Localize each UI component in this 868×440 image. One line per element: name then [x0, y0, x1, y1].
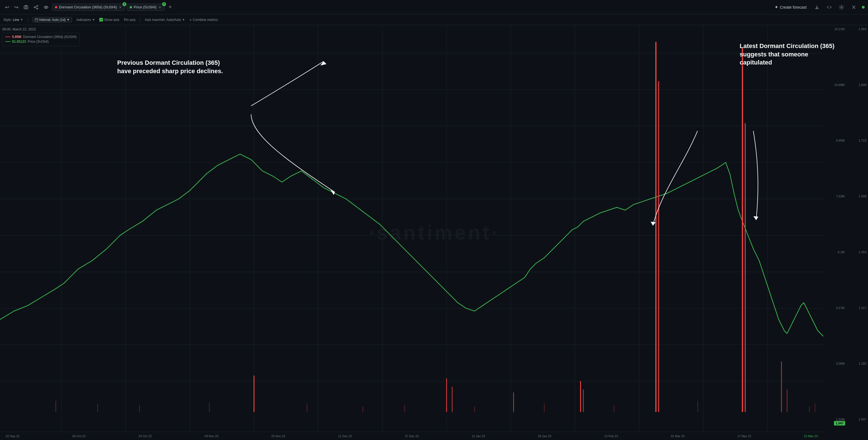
svg-point-2 — [37, 5, 38, 6]
download-button[interactable] — [813, 4, 821, 11]
chart-area: ·santiment· 08:00, March 22, 2023 5.95M … — [0, 25, 868, 440]
chart-legend: 5.95M Dormant Circulation (365d) (SUSHI)… — [2, 33, 80, 46]
x-label-2: 06 Oct 22 — [72, 434, 86, 438]
combine-plus-icon: + — [189, 18, 192, 22]
y-right-val-8: 1.047 — [859, 418, 866, 421]
svg-point-1 — [25, 6, 27, 8]
axis-maxmin-chevron-icon: ▼ — [182, 18, 185, 21]
x-label-5: 25 Nov 22 — [271, 434, 285, 438]
y-right-val-4: 1.508 — [859, 195, 866, 198]
tab-dot-green — [130, 6, 132, 8]
tab-price[interactable]: Price (SUSHI) × + — [127, 4, 165, 11]
y-left-val-6: 4.57M — [836, 306, 844, 310]
style-value: Line — [13, 18, 19, 22]
tab2-close-button[interactable]: × — [158, 5, 161, 9]
y-axis-left: 10.21M 10.68M 9.95M 7.03M 6.1M 4.57M 3.0… — [826, 25, 846, 423]
snapshot-button[interactable] — [22, 4, 30, 11]
style-dropdown-icon: ▼ — [20, 18, 23, 21]
tab-dot-red — [55, 6, 57, 8]
price-line — [0, 154, 824, 336]
x-label-9: 28 Jan 23 — [538, 434, 551, 438]
x-label-7: 27 Dec 22 — [405, 434, 419, 438]
svg-point-9 — [841, 6, 842, 8]
settings-button[interactable] — [837, 4, 846, 11]
y-left-val-8: 1.52M — [836, 418, 844, 421]
tab1-close-button[interactable]: × — [119, 5, 122, 9]
legend-price-value: $1.05123 — [12, 40, 26, 43]
pin-axis-item[interactable]: Pin axis — [124, 18, 135, 22]
y-right-val-7: 1.182 — [859, 362, 866, 365]
close-button[interactable] — [849, 4, 858, 11]
legend-dormant-label: Dormant Circulation (365d) (SUSHI) — [23, 35, 76, 39]
code-button[interactable] — [825, 4, 833, 11]
svg-point-3 — [34, 7, 35, 8]
redo-button[interactable]: ↪ — [12, 3, 20, 11]
combine-label: Combine metrics — [193, 18, 218, 22]
tab-dormant-circulation[interactable]: Dormant Circulation (365d) (SUSHI) × + — [52, 4, 125, 11]
axis-maxmin-selector[interactable]: Axis max/min: Auto/Auto ▼ — [145, 18, 185, 22]
style-label: Style: — [3, 18, 12, 22]
x-label-13: 22 Mar 23 — [804, 434, 818, 438]
svg-rect-0 — [24, 6, 28, 9]
y-axis-right: 1.964 1.808 1.723 1.508 1.453 1.317 1.18… — [846, 25, 868, 423]
y-left-val-5: 6.1M — [838, 251, 844, 254]
svg-line-6 — [35, 7, 37, 8]
y-right-val-5: 1.453 — [859, 251, 866, 254]
legend-price-label: Price (SUSHI) — [28, 40, 49, 43]
y-right-val-1: 1.964 — [859, 27, 866, 31]
legend-dormant-value: 5.95M — [12, 35, 21, 39]
undo-button[interactable]: ↩ — [3, 3, 11, 11]
add-tab-button[interactable]: + — [166, 3, 174, 11]
tab2-add-dot[interactable]: + — [162, 2, 166, 6]
chart-timestamp: 08:00, March 22, 2023 — [2, 27, 36, 31]
y-right-val-3: 1.723 — [859, 139, 866, 142]
divider1 — [28, 17, 28, 22]
interval-dropdown-icon: ▼ — [67, 18, 69, 21]
combine-metrics-button[interactable]: + Combine metrics — [189, 18, 218, 22]
y-left-val-1: 10.21M — [834, 27, 844, 31]
tab1-label: Dormant Circulation (365d) (SUSHI) — [59, 5, 117, 9]
legend-color-price — [5, 41, 10, 42]
top-toolbar: ↩ ↪ Dormant Circulation (365d) (SUSHI) ×… — [0, 0, 868, 14]
x-label-11: 01 Mar 23 — [671, 434, 685, 438]
interval-selector[interactable]: Interval: Auto (1d) ▼ — [32, 17, 72, 23]
x-axis: 22 Sep 22 06 Oct 22 24 Oct 22 09 Nov 22 … — [0, 432, 824, 440]
legend-dormant: 5.95M Dormant Circulation (365d) (SUSHI) — [5, 35, 76, 39]
y-left-val-4: 7.03M — [836, 195, 844, 198]
y-left-val-2: 10.68M — [834, 83, 844, 87]
y-left-val-7: 3.06M — [836, 362, 844, 365]
second-toolbar: Style: Line ▼ Interval: Auto (1d) ▼ Indi… — [0, 14, 868, 25]
show-axis-checkbox — [99, 18, 103, 22]
indicators-label: Indicators — [76, 18, 91, 22]
legend-price: $1.05123 Price (SUSHI) — [5, 40, 76, 43]
svg-line-5 — [35, 6, 37, 7]
legend-color-dormant — [5, 36, 10, 37]
x-label-1: 22 Sep 22 — [6, 434, 20, 438]
share-button[interactable] — [32, 4, 40, 11]
online-status-dot — [862, 6, 865, 9]
x-label-4: 09 Nov 22 — [205, 434, 218, 438]
toolbar-right: ✦ Create forecast — [772, 3, 865, 11]
pin-axis-label: Pin axis — [124, 18, 135, 22]
eye-button[interactable] — [42, 4, 50, 11]
interval-label: Interval: Auto (1d) — [39, 18, 66, 22]
y-right-val-2: 1.808 — [859, 83, 866, 87]
tab1-add-dot[interactable]: + — [123, 2, 126, 6]
x-label-12: 17 Mar 23 — [737, 434, 751, 438]
create-forecast-icon: ✦ — [775, 4, 778, 10]
price-badge: 1.047 — [834, 421, 845, 426]
create-forecast-button[interactable]: ✦ Create forecast — [772, 3, 809, 11]
y-right-val-6: 1.317 — [859, 306, 866, 310]
style-selector[interactable]: Style: Line ▼ — [3, 18, 23, 22]
show-axis-label: Show axis — [104, 18, 119, 22]
svg-rect-10 — [35, 19, 38, 21]
y-left-val-3: 9.95M — [836, 139, 844, 142]
main-chart-svg — [0, 25, 824, 432]
indicators-button[interactable]: Indicators ▼ — [76, 18, 95, 22]
axis-maxmin-label: Axis max/min: Auto/Auto — [145, 18, 181, 22]
create-forecast-label: Create forecast — [780, 5, 807, 9]
x-label-3: 24 Oct 22 — [138, 434, 152, 438]
show-axis-toggle[interactable]: Show axis — [99, 18, 119, 22]
tab2-label: Price (SUSHI) — [134, 5, 157, 9]
toolbar-left: ↩ ↪ Dormant Circulation (365d) (SUSHI) ×… — [3, 3, 174, 11]
